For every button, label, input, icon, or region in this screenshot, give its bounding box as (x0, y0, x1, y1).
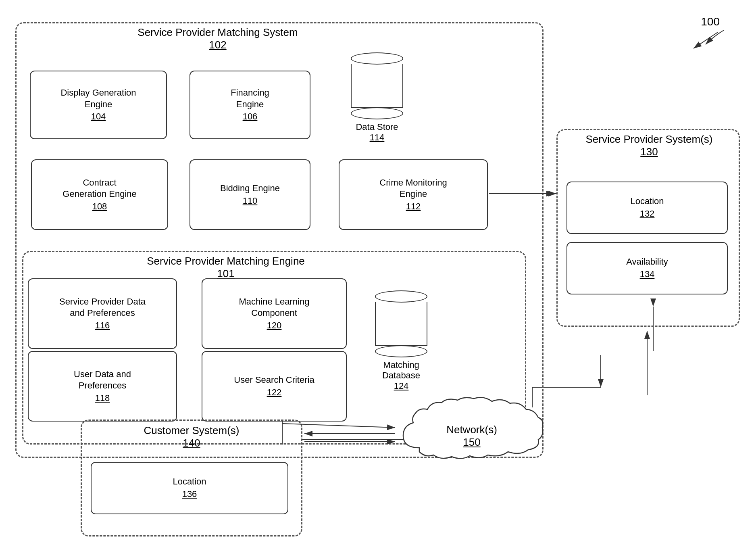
service-provider-system-title: Service Provider System(s) 130 (562, 133, 736, 158)
diagram: 100 Service Provider Matching System (0, 0, 756, 549)
sp-availability-box: Availability 134 (566, 242, 728, 294)
user-data-box: User Data andPreferences 118 (28, 351, 177, 422)
service-provider-data-box: Service Provider Dataand Preferences 116 (28, 278, 177, 349)
user-search-criteria-box: User Search Criteria 122 (202, 351, 347, 422)
ref-100-text: 100 (701, 15, 720, 28)
data-store-cylinder: Data Store 114 (351, 52, 403, 143)
matching-database-cylinder: MatchingDatabase 124 (375, 290, 427, 391)
sp-location-box: Location 132 (566, 182, 728, 234)
matching-engine-title: Service Provider Matching Engine 101 (117, 255, 335, 280)
crime-monitoring-engine-box: Crime MonitoringEngine 112 (339, 159, 488, 230)
display-generation-engine-box: Display GenerationEngine 104 (30, 71, 167, 139)
cylinder-top (351, 52, 403, 65)
customer-system-title: Customer System(s) 140 (107, 424, 276, 449)
cylinder-body (351, 64, 403, 108)
cs-location-box: Location 136 (91, 462, 288, 514)
ref-100-label: 100 (701, 15, 720, 28)
main-system-title: Service Provider Matching System 102 (97, 26, 339, 51)
network-cloud: Network(s) 150 (395, 395, 548, 476)
matching-database-label: MatchingDatabase 124 (382, 360, 420, 391)
machine-learning-box: Machine LearningComponent 120 (202, 278, 347, 349)
matching-db-body (375, 302, 427, 346)
data-store-label: Data Store 114 (356, 122, 398, 143)
network-label: Network(s) 150 (395, 424, 548, 449)
contract-generation-engine-box: ContractGeneration Engine 108 (31, 159, 168, 230)
financing-engine-box: FinancingEngine 106 (190, 71, 310, 139)
cylinder-bottom (351, 107, 403, 119)
matching-db-top (375, 290, 427, 303)
bidding-engine-box: Bidding Engine 110 (190, 159, 310, 230)
matching-db-bottom (375, 345, 427, 357)
